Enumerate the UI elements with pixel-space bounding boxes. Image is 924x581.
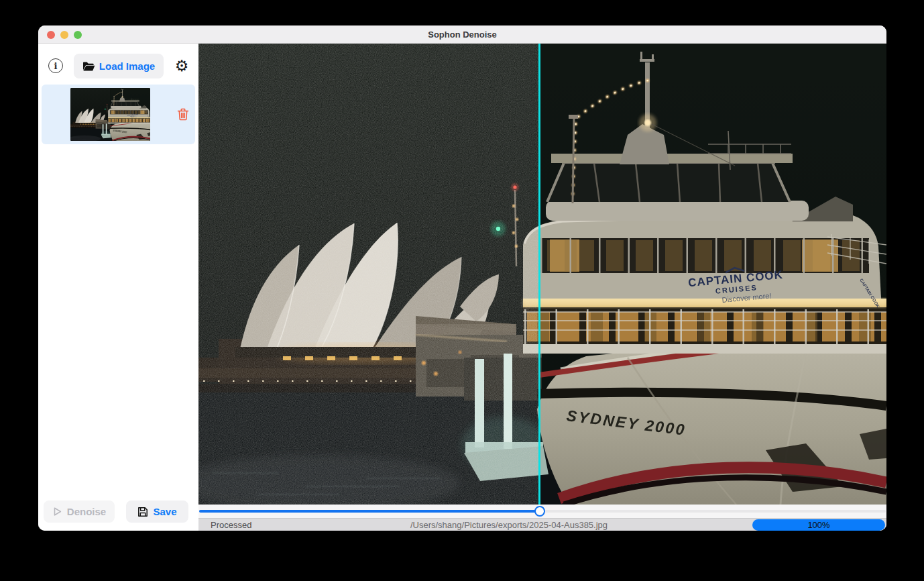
info-button[interactable]: i — [48, 58, 63, 73]
status-bar: Processed /Users/shang/Pictures/exports/… — [198, 518, 886, 531]
settings-button[interactable]: ⚙ — [172, 56, 191, 76]
load-image-label: Load Image — [99, 60, 155, 72]
slider-handle[interactable] — [534, 506, 545, 517]
minimize-button[interactable] — [60, 31, 68, 39]
title-bar[interactable]: Sophon Denoise — [38, 25, 886, 44]
progress-bar: 100% — [752, 519, 885, 531]
noise-overlay-original-side — [198, 44, 540, 505]
denoise-button[interactable]: Denoise — [44, 500, 115, 523]
gear-icon: ⚙ — [175, 57, 189, 74]
info-icon: i — [54, 61, 58, 71]
zoom-button[interactable] — [74, 31, 82, 39]
load-image-button[interactable]: Load Image — [74, 54, 164, 78]
window-title: Sophon Denoise — [428, 30, 497, 40]
compare-slider[interactable] — [198, 505, 886, 518]
split-line[interactable] — [538, 44, 540, 505]
preview-photo[interactable]: SYDNEY 2000 — [198, 44, 886, 505]
app-window: Sophon Denoise i Load Image ⚙ — [38, 25, 886, 531]
image-viewer[interactable]: SYDNEY 2000 — [198, 44, 886, 505]
image-list-item-selected[interactable] — [42, 85, 195, 144]
traffic-lights — [47, 31, 82, 39]
trash-icon — [177, 108, 189, 121]
folder-open-icon — [82, 61, 95, 72]
thumbnail-photo — [70, 88, 150, 141]
save-button[interactable]: Save — [126, 500, 188, 523]
denoise-label: Denoise — [67, 506, 106, 517]
slider-fill — [199, 510, 540, 513]
close-button[interactable] — [47, 31, 55, 39]
progress-label: 100% — [807, 520, 829, 530]
file-path: /Users/shang/Pictures/exports/2025-04-Au… — [410, 520, 608, 530]
status-text: Processed — [211, 520, 251, 530]
image-thumbnail[interactable] — [70, 88, 150, 141]
save-label: Save — [153, 506, 176, 517]
save-icon — [137, 507, 148, 517]
sidebar: i Load Image ⚙ — [38, 44, 198, 531]
delete-image-button[interactable] — [176, 108, 190, 121]
play-icon — [52, 507, 62, 517]
